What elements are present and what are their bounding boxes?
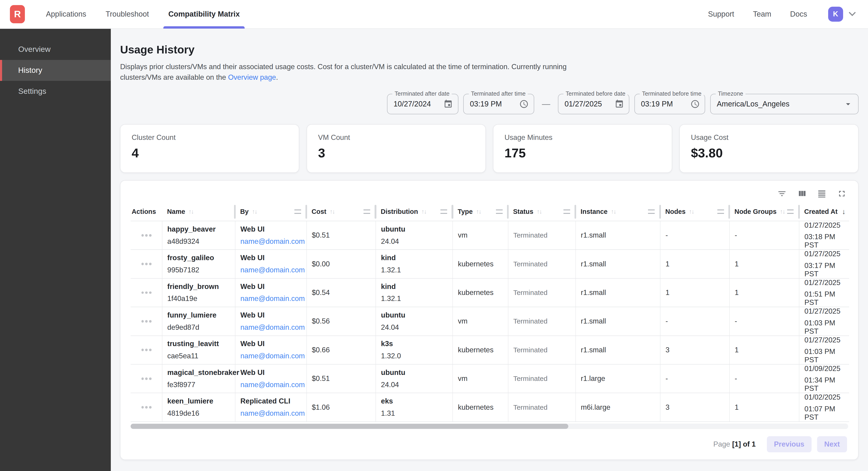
account-menu[interactable]: K bbox=[828, 7, 856, 22]
stat-value: $3.80 bbox=[691, 146, 847, 160]
sidebar-item-overview[interactable]: Overview bbox=[0, 39, 111, 60]
column-drag-handle-icon[interactable] bbox=[294, 209, 301, 214]
column-drag-handle-icon[interactable] bbox=[440, 209, 447, 214]
column-header-by[interactable]: By↑↓ bbox=[235, 203, 307, 221]
timezone-select[interactable]: Timezone America/Los_Angeles bbox=[710, 94, 859, 114]
column-label: Type bbox=[458, 208, 473, 215]
nav-item-applications[interactable]: Applications bbox=[46, 0, 86, 29]
nav-item-support[interactable]: Support bbox=[708, 0, 734, 29]
overview-page-link[interactable]: Overview page bbox=[228, 73, 276, 81]
by-email-link[interactable]: name@domain.com bbox=[240, 237, 302, 246]
cell-type: kubernetes bbox=[453, 336, 508, 364]
column-drag-handle-icon[interactable] bbox=[364, 209, 370, 214]
column-header-instance[interactable]: Instance↑↓ bbox=[576, 203, 660, 221]
by-email-link[interactable]: name@domain.com bbox=[240, 352, 302, 360]
scrollbar-thumb[interactable] bbox=[131, 424, 568, 429]
row-actions-button[interactable] bbox=[135, 320, 157, 323]
column-header-status[interactable]: Status↑↓ bbox=[508, 203, 576, 221]
chevron-down-icon bbox=[849, 12, 856, 17]
avatar: K bbox=[828, 7, 843, 22]
cell-status: Terminated bbox=[508, 364, 576, 393]
column-drag-handle-icon[interactable] bbox=[787, 209, 794, 214]
calendar-icon[interactable] bbox=[615, 99, 624, 109]
by-email-link[interactable]: name@domain.com bbox=[240, 266, 302, 274]
filter-icon[interactable] bbox=[777, 189, 787, 198]
cell-created-at: 01/27/202501:51 PM PST bbox=[799, 278, 849, 307]
fullscreen-icon[interactable] bbox=[837, 189, 846, 198]
row-actions-button[interactable] bbox=[135, 234, 157, 237]
sidebar: Overview History Settings bbox=[0, 29, 111, 471]
column-label: Cost bbox=[311, 208, 326, 215]
terminated-before-date-field[interactable]: Terminated before date 01/27/2025 bbox=[558, 94, 629, 114]
caret-down-icon bbox=[843, 99, 853, 109]
column-label: Instance bbox=[581, 208, 608, 215]
cell-node-groups: - bbox=[730, 364, 799, 393]
cell-actions bbox=[131, 336, 162, 364]
column-drag-handle-icon[interactable] bbox=[563, 209, 570, 214]
row-actions-button[interactable] bbox=[135, 292, 157, 294]
column-header-distribution[interactable]: Distribution↑↓ bbox=[376, 203, 453, 221]
column-header-cost[interactable]: Cost↑↓ bbox=[307, 203, 376, 221]
cell-actions bbox=[131, 307, 162, 335]
column-label: Name bbox=[167, 208, 185, 215]
cell-nodes: 1 bbox=[660, 249, 729, 278]
density-icon[interactable] bbox=[817, 189, 827, 198]
column-header-created-at[interactable]: Created At↓ bbox=[799, 203, 849, 221]
row-actions-button[interactable] bbox=[135, 263, 157, 265]
table-row: magical_stonebrakerfe3f8977 Web UIname@d… bbox=[131, 364, 849, 393]
calendar-icon[interactable] bbox=[443, 99, 453, 109]
page-description: Displays prior clusters/VMs and their as… bbox=[120, 61, 859, 83]
cell-distribution: ubuntu24.04 bbox=[376, 221, 453, 249]
column-drag-handle-icon[interactable] bbox=[496, 209, 503, 214]
cell-status: Terminated bbox=[508, 278, 576, 307]
by-email-link[interactable]: name@domain.com bbox=[240, 409, 302, 417]
row-actions-button[interactable] bbox=[135, 378, 157, 380]
column-label: Status bbox=[513, 208, 533, 215]
brand-logo[interactable]: R bbox=[10, 5, 25, 23]
row-actions-button[interactable] bbox=[135, 349, 157, 351]
cell-status: Terminated bbox=[508, 307, 576, 335]
next-page-button[interactable]: Next bbox=[817, 436, 847, 452]
stat-value: 175 bbox=[504, 146, 661, 160]
row-actions-button[interactable] bbox=[135, 406, 157, 409]
terminated-before-time-field[interactable]: Terminated before time 03:19 PM bbox=[634, 94, 705, 114]
clock-icon[interactable] bbox=[519, 99, 529, 109]
sort-icon: ↑↓ bbox=[476, 208, 481, 215]
nav-item-docs[interactable]: Docs bbox=[790, 0, 807, 29]
column-drag-handle-icon[interactable] bbox=[717, 209, 724, 214]
cell-status: Terminated bbox=[508, 221, 576, 249]
stat-value: 3 bbox=[318, 146, 474, 160]
nav-item-team[interactable]: Team bbox=[753, 0, 771, 29]
cell-node-groups: 1 bbox=[730, 278, 799, 307]
sort-icon: ↑↓ bbox=[252, 208, 257, 215]
previous-page-button[interactable]: Previous bbox=[767, 436, 812, 452]
by-email-link[interactable]: name@domain.com bbox=[240, 381, 302, 389]
status-badge: Terminated bbox=[513, 231, 547, 239]
active-tab-underline bbox=[163, 26, 245, 29]
cell-by: Web UIname@domain.com bbox=[235, 364, 307, 393]
nav-item-troubleshoot[interactable]: Troubleshoot bbox=[105, 0, 149, 29]
column-header-name[interactable]: Name↑↓ bbox=[162, 203, 235, 221]
nav-item-compatibility-matrix[interactable]: Compatibility Matrix bbox=[168, 0, 240, 29]
cell-type: kubernetes bbox=[453, 278, 508, 307]
cell-distribution: k3s1.32.0 bbox=[376, 336, 453, 364]
column-header-type[interactable]: Type↑↓ bbox=[453, 203, 508, 221]
cell-distribution: kind1.32.1 bbox=[376, 278, 453, 307]
cell-type: vm bbox=[453, 307, 508, 335]
usage-table-card: ActionsName↑↓By↑↓Cost↑↓Distribution↑↓Typ… bbox=[120, 180, 859, 460]
terminated-after-time-field[interactable]: Terminated after time 03:19 PM bbox=[463, 94, 534, 114]
clock-icon[interactable] bbox=[690, 99, 700, 109]
by-email-link[interactable]: name@domain.com bbox=[240, 323, 302, 332]
sort-icon: ↑↓ bbox=[611, 208, 616, 215]
columns-icon[interactable] bbox=[797, 189, 807, 198]
column-header-nodes[interactable]: Nodes↑↓ bbox=[660, 203, 729, 221]
horizontal-scrollbar[interactable] bbox=[131, 423, 848, 429]
cell-cost: $0.51 bbox=[307, 364, 376, 393]
column-drag-handle-icon[interactable] bbox=[648, 209, 655, 214]
column-header-node-groups[interactable]: Node Groups↑↓ bbox=[730, 203, 799, 221]
by-email-link[interactable]: name@domain.com bbox=[240, 294, 302, 303]
sidebar-item-settings[interactable]: Settings bbox=[0, 81, 111, 102]
secondary-nav: Support Team Docs K bbox=[708, 0, 856, 29]
sidebar-item-history[interactable]: History bbox=[0, 60, 111, 81]
terminated-after-date-field[interactable]: Terminated after date 10/27/2024 bbox=[387, 94, 458, 114]
